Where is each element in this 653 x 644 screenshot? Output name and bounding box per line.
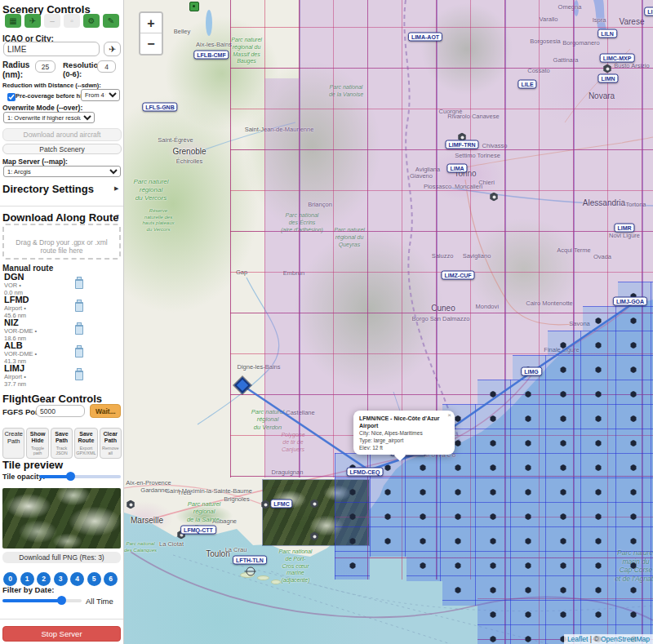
route-waypoint-row: NIZVOR-DME •18.6 nm bbox=[4, 318, 122, 340]
waypoint-type: VOR • bbox=[4, 282, 122, 289]
airport-badge-lile[interactable]: LILE bbox=[518, 80, 536, 89]
airport-badge-lfmq-ctt[interactable]: LFMQ-CTT bbox=[180, 526, 216, 535]
route-dropzone[interactable]: Drag & Drop your .gpx or .xml route file… bbox=[2, 224, 121, 260]
airport-badge-lima-aot[interactable]: LIMA-AOT bbox=[408, 33, 442, 42]
tiles-button[interactable]: ▦ bbox=[5, 14, 21, 28]
airport-popup: × LFMN/NCE - Nice-Côte d'Azur Airport Ci… bbox=[353, 411, 455, 455]
delete-waypoint-icon[interactable] bbox=[75, 371, 83, 380]
resolution-digit-6[interactable]: 6 bbox=[104, 572, 118, 586]
show-hide-button[interactable]: Show HideToggle path bbox=[26, 428, 48, 459]
download-around-aircraft-button[interactable]: Download around aircraft bbox=[2, 128, 122, 141]
zoom-out-button[interactable]: − bbox=[140, 33, 162, 54]
attribution-separator: | © bbox=[588, 635, 601, 643]
path-button-title: Create Path bbox=[4, 431, 23, 445]
tile-preview-title: Tile preview bbox=[2, 459, 63, 471]
resolution-digit-1[interactable]: 1 bbox=[20, 572, 34, 586]
leaflet-link[interactable]: Leaflet bbox=[567, 635, 589, 643]
route-waypoint-row: LFMDAirport •45.6 nm bbox=[4, 295, 122, 318]
resolution-digit-5[interactable]: 5 bbox=[87, 572, 101, 586]
airport-marker-icon[interactable] bbox=[247, 567, 255, 576]
airport-badge-limf-trn[interactable]: LIMF-TRN bbox=[445, 140, 478, 149]
filter-by-date-label: Filter by Date: bbox=[2, 585, 54, 594]
airport-badge-limj-goa[interactable]: LIMJ-GOA bbox=[613, 297, 647, 306]
popup-close-icon[interactable]: × bbox=[447, 411, 451, 419]
popup-type: Type: large_airport bbox=[359, 437, 449, 444]
airport-badge-lfmc[interactable]: LFMC bbox=[270, 500, 292, 509]
delete-waypoint-icon[interactable] bbox=[75, 279, 83, 289]
path-button-subtitle: Track JSON bbox=[52, 446, 71, 455]
airport-badge-lfls-gnb[interactable]: LFLS-GNB bbox=[142, 103, 177, 112]
directory-settings-header[interactable]: Directory Settings bbox=[2, 183, 94, 195]
waypoint-type: VOR-DME • bbox=[4, 327, 122, 335]
airport-badge-limn[interactable]: LIMN bbox=[597, 74, 618, 83]
date-filter-fill bbox=[2, 599, 61, 602]
minus-icon: – bbox=[50, 16, 55, 25]
box-button[interactable]: ▫ bbox=[64, 14, 80, 28]
toolbar-icon-row: ▦✈–▫⚙✎ bbox=[5, 14, 121, 28]
aircraft-button[interactable]: ✈ bbox=[24, 14, 41, 28]
airport-badge-limr[interactable]: LIMR bbox=[614, 224, 634, 233]
clear-path-button[interactable]: Clear PathRemove all bbox=[100, 428, 122, 459]
resolution-digit-3[interactable]: 3 bbox=[54, 572, 68, 586]
airport-badge-limg[interactable]: LIMG bbox=[521, 367, 542, 376]
delete-waypoint-icon[interactable] bbox=[75, 348, 83, 358]
airport-badge-lfth-tln[interactable]: LFTH-TLN bbox=[233, 556, 267, 565]
radius-input[interactable] bbox=[35, 60, 56, 73]
route-section-header[interactable]: Download Along Route bbox=[2, 211, 119, 224]
resolution-digit-4[interactable]: 4 bbox=[70, 572, 84, 586]
fgfs-port-input[interactable] bbox=[36, 405, 85, 417]
waypoint-distance: 37.7 nm bbox=[4, 380, 122, 388]
chevron-right-icon: ▶ bbox=[114, 185, 118, 192]
settings-icon: ⚙ bbox=[88, 16, 96, 25]
delete-waypoint-icon[interactable] bbox=[75, 302, 83, 312]
popup-city: City: Nice, Alpes-Maritimes bbox=[359, 429, 449, 437]
precoverage-checkbox[interactable] bbox=[7, 93, 16, 101]
box-icon: ▫ bbox=[70, 16, 73, 25]
zoom-in-button[interactable]: + bbox=[140, 13, 162, 33]
resolution-input[interactable] bbox=[97, 60, 116, 73]
airport-badge-liln[interactable]: LILN bbox=[644, 7, 653, 16]
airport-badge-liln[interactable]: LILN bbox=[597, 29, 617, 38]
airport-badge-limz-cuf[interactable]: LIMZ-CUF bbox=[441, 271, 474, 280]
resolution-digit-0[interactable]: 0 bbox=[3, 572, 17, 586]
settings-button[interactable]: ⚙ bbox=[83, 14, 100, 28]
search-airport-button[interactable]: ✈ bbox=[104, 42, 121, 56]
path-button-subtitle: Toggle path bbox=[28, 446, 47, 455]
waypoint-name: LFMD bbox=[4, 295, 122, 304]
save-route-button[interactable]: Save RouteExport GPX/XML bbox=[74, 428, 97, 459]
resolution-digit-row: 0123456 bbox=[3, 572, 122, 586]
map-server-select[interactable]: 1: Arcgis bbox=[3, 166, 121, 177]
path-button-title: Save Route bbox=[76, 431, 96, 444]
icao-input[interactable] bbox=[3, 42, 100, 56]
minus-button[interactable]: – bbox=[44, 14, 60, 28]
airport-badge-lflb-cmf[interactable]: LFLB-CMF bbox=[193, 51, 229, 60]
map-canvas[interactable]: TorinoMarseilleCuneoAlessandriaNovaraVar… bbox=[124, 0, 653, 644]
tile-opacity-thumb[interactable] bbox=[66, 472, 75, 481]
waypoint-name: LIMJ bbox=[4, 363, 122, 373]
waypoint-name: ALB bbox=[4, 340, 122, 350]
popup-elev: Elev: 12 ft bbox=[359, 444, 449, 451]
date-filter-thumb[interactable] bbox=[57, 596, 66, 605]
app-window: Scenery Controls ▦✈–▫⚙✎ ICAO or City: ✈ … bbox=[0, 0, 653, 644]
airport-badge-lfmd-ceq[interactable]: LFMD-CEQ bbox=[347, 468, 384, 477]
osm-link[interactable]: OpenStreetMap bbox=[601, 635, 650, 643]
resolution-label: Resolution (0-6): bbox=[63, 60, 96, 79]
route-waypoint-row: LIMJAirport •37.7 nm bbox=[4, 363, 122, 386]
route-draw-button[interactable]: ✎ bbox=[103, 14, 119, 28]
airport-badge-limc-mxp[interactable]: LIMC-MXP bbox=[600, 54, 635, 63]
map-attribution: Leaflet | © OpenStreetMap bbox=[564, 634, 653, 644]
patch-scenery-button[interactable]: Patch Scenery bbox=[2, 144, 122, 154]
save-path-button[interactable]: Save PathTrack JSON bbox=[51, 428, 73, 459]
waypoint-type: Airport • bbox=[4, 373, 122, 380]
create-path-button[interactable]: Create Path bbox=[2, 428, 24, 459]
download-png-button[interactable]: Download full PNG (Res: 3) bbox=[2, 552, 121, 563]
path-button-title: Clear Path bbox=[101, 431, 120, 444]
airport-marker-icon[interactable] bbox=[189, 2, 199, 11]
airport-badge-lima[interactable]: LIMA bbox=[446, 164, 467, 173]
resolution-digit-2[interactable]: 2 bbox=[37, 572, 51, 586]
precoverage-select[interactable]: From 4 to 0 bbox=[81, 89, 120, 101]
delete-waypoint-icon[interactable] bbox=[75, 325, 83, 335]
wait-button[interactable]: Wait... bbox=[90, 404, 121, 418]
overwrite-select[interactable]: 1: Overwrite if higher resolution bbox=[3, 112, 95, 123]
stop-server-button[interactable]: Stop Server bbox=[2, 626, 121, 642]
